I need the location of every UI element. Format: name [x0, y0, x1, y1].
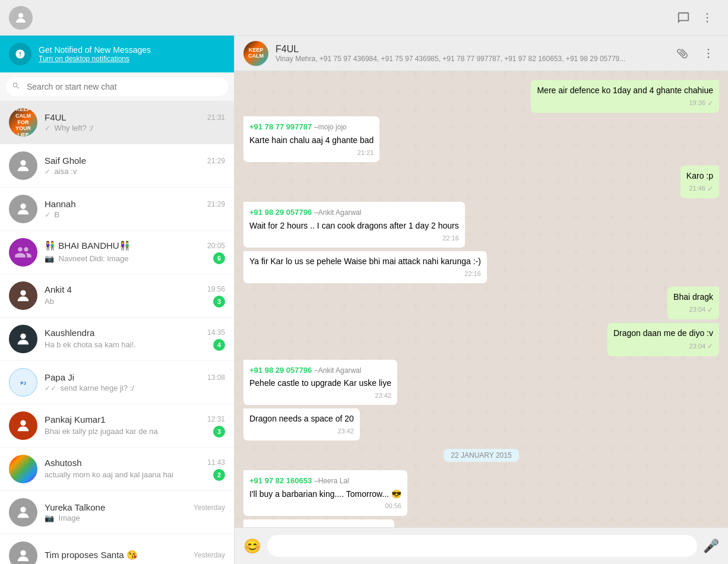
- chat-preview-hannah: ✓ B: [45, 210, 225, 219]
- chat-info-f4ul: F4UL 21:31 ✓ Why left? :/: [45, 112, 225, 132]
- message-text-m8: Pehele castle to upgrade Kar uske liye: [249, 378, 391, 389]
- chat-time-f4ul: 21:31: [207, 113, 225, 122]
- badge-pankaj: 3: [213, 426, 225, 438]
- chat-name-row-papa: Papa Ji 13:08: [45, 372, 225, 382]
- message-m1: Mere air defence ko 1day and 4 ghante ch…: [531, 80, 719, 113]
- message-sender-m2: +91 78 77 997787 –mojo jojo: [249, 121, 374, 133]
- chat-name-saif: Saif Ghole: [45, 156, 86, 166]
- chat-header-avatar[interactable]: KEEPCALM: [243, 41, 268, 66]
- chat-avatar-f4ul: KEEPCALMFORYOURLIFE: [9, 108, 37, 137]
- svg-point-5: [20, 204, 26, 209]
- chat-time-saif: 21:29: [207, 157, 225, 165]
- notification-icon: [9, 43, 31, 65]
- chat-header: KEEPCALM F4UL Vinay Mehra, +91 75 97 436…: [235, 36, 728, 71]
- chat-menu-button[interactable]: [698, 43, 719, 64]
- mic-button[interactable]: 🎤: [703, 538, 719, 554]
- chat-name-row-tim: Tim proposes Santa 😘 Yesterday: [45, 550, 225, 560]
- chat-name-papa: Papa Ji: [45, 372, 74, 382]
- chat-time-bhai: 20:05: [207, 242, 225, 250]
- chat-avatar-yureka: [9, 498, 37, 527]
- message-m7: Dragon daan me de diyo :v 23:04✓: [607, 323, 719, 356]
- svg-point-14: [708, 52, 710, 54]
- chat-info-saif: Saif Ghole 21:29 ✓ aisa :v: [45, 156, 225, 176]
- chat-header-icons: [672, 43, 719, 64]
- svg-point-3: [707, 21, 708, 23]
- notification-link[interactable]: Turn on desktop notifications: [39, 55, 151, 63]
- chat-preview-f4ul: ✓ Why left? :/: [45, 123, 225, 132]
- message-m10: +91 97 82 160653 –Heera Lal I'll buy a b…: [243, 470, 407, 516]
- chat-item-papa[interactable]: PJ Papa Ji 13:08 ✓✓ send karne hege ji? …: [0, 361, 234, 404]
- chat-preview-bhai: 📷 Navneet Didi: Image 6: [45, 252, 225, 264]
- message-m2: +91 78 77 997787 –mojo jojo Karte hain c…: [243, 116, 379, 162]
- message-input[interactable]: [267, 535, 697, 557]
- chat-time-hannah: 21:29: [207, 200, 225, 208]
- chat-item-hannah[interactable]: Hannah 21:29 ✓ B: [0, 188, 234, 231]
- chat-item-kaushlendra[interactable]: Kaushlendra 14:35 Ha b ek chota sa kam h…: [0, 318, 234, 361]
- chat-item-tim[interactable]: Tim proposes Santa 😘 Yesterday: [0, 534, 234, 564]
- chat-avatar-tim: [9, 541, 37, 564]
- chat-avatar-ankit: [9, 281, 37, 310]
- chat-list: KEEPCALMFORYOURLIFE F4UL 21:31 ✓ Why lef…: [0, 101, 234, 564]
- chat-name-row-saif: Saif Ghole 21:29: [45, 156, 225, 166]
- svg-point-10: [20, 420, 26, 426]
- svg-point-2: [707, 17, 708, 18]
- message-time-m8: 23:42: [249, 391, 391, 400]
- badge-ankit: 3: [213, 296, 225, 308]
- chat-info-kaushlendra: Kaushlendra 14:35 Ha b ek chota sa kam h…: [45, 328, 225, 351]
- chat-preview-kaushlendra: Ha b ek chota sa kam hai!. 4: [45, 339, 225, 351]
- chat-name-row-yureka: Yureka Talkone Yesterday: [45, 502, 225, 512]
- chat-info-hannah: Hannah 21:29 ✓ B: [45, 199, 225, 219]
- chat-info-yureka: Yureka Talkone Yesterday 📷 Image: [45, 502, 225, 522]
- message-text-m9: Dragon needs a space of 20: [249, 413, 354, 425]
- message-sender-m10: +91 97 82 160653 –Heera Lal: [249, 475, 401, 487]
- chat-time-kaushlendra: 14:35: [207, 328, 225, 337]
- new-chat-button[interactable]: [672, 6, 695, 30]
- message-time-m5: 22:16: [249, 270, 481, 278]
- chat-preview-ankit: Ab 3: [45, 296, 225, 308]
- chat-time-yureka: Yesterday: [194, 503, 225, 512]
- chat-item-ankit[interactable]: Ankit 4 19:56 Ab 3: [0, 274, 234, 318]
- message-text-m5: Ya fir Kar lo us se pehele Waise bhi mai…: [249, 256, 481, 268]
- chat-avatar-papa: PJ: [9, 368, 37, 397]
- chat-info-papa: Papa Ji 13:08 ✓✓ send karne hege ji? :/: [45, 372, 225, 392]
- chat-name-row-ashutosh: Ashutosh 11:43: [45, 458, 225, 468]
- message-time-m6: 23:04✓: [673, 305, 713, 315]
- chat-item-yureka[interactable]: Yureka Talkone Yesterday 📷 Image: [0, 491, 234, 534]
- chat-avatar-kaushlendra: [9, 325, 37, 353]
- search-input[interactable]: [6, 77, 228, 96]
- chat-item-ashutosh[interactable]: Ashutosh 11:43 actually mom ko aaj and k…: [0, 448, 234, 491]
- chat-avatar-saif: [9, 151, 37, 180]
- attachment-button[interactable]: [672, 43, 693, 64]
- notification-title: Get Notified of New Messages: [39, 45, 151, 55]
- chat-item-saif[interactable]: Saif Ghole 21:29 ✓ aisa :v: [0, 144, 234, 188]
- chat-item-bhai[interactable]: 👫 BHAI BANDHU👫 20:05 📷 Navneet Didi: Ima…: [0, 231, 234, 274]
- message-time-m4: 22:16: [249, 234, 459, 243]
- menu-button[interactable]: [695, 6, 719, 30]
- emoji-button[interactable]: 😊: [243, 538, 261, 555]
- svg-text:PJ: PJ: [20, 381, 26, 386]
- messages-area: Mere air defence ko 1day and 4 ghante ch…: [235, 71, 728, 527]
- message-text-m2: Karte hain chalu aaj 4 ghante bad: [249, 135, 374, 147]
- chat-name-row-pankaj: Pankaj Kumar1 12:31: [45, 414, 225, 424]
- message-m8: +91 98 29 057796 –Ankit Agarwal Pehele c…: [243, 360, 397, 405]
- message-text-m4: Wait for 2 hours .. I can cook dragons a…: [249, 220, 459, 232]
- badge-bhai: 6: [213, 252, 225, 264]
- chat-info-ankit: Ankit 4 19:56 Ab 3: [45, 284, 225, 308]
- message-time-m2: 21:21: [249, 148, 374, 157]
- message-text-m1: Mere air defence ko 1day and 4 ghante ch…: [537, 85, 713, 97]
- chat-name-hannah: Hannah: [45, 199, 76, 209]
- chat-item-f4ul[interactable]: KEEPCALMFORYOURLIFE F4UL 21:31 ✓ Why lef…: [0, 101, 234, 144]
- chat-name-yureka: Yureka Talkone: [45, 502, 105, 512]
- chat-preview-saif: ✓ aisa :v: [45, 167, 225, 176]
- chat-time-ankit: 19:56: [207, 285, 225, 293]
- chat-info-ashutosh: Ashutosh 11:43 actually mom ko aaj and k…: [45, 458, 225, 481]
- notification-bar: Get Notified of New Messages Turn on des…: [0, 36, 234, 72]
- chat-preview-yureka: 📷 Image: [45, 514, 225, 522]
- chat-avatar-bhai: [9, 238, 37, 267]
- user-avatar[interactable]: [9, 6, 33, 30]
- chat-item-pankaj[interactable]: Pankaj Kumar1 12:31 Bhai ek tally plz ju…: [0, 404, 234, 448]
- svg-point-15: [708, 56, 710, 58]
- message-sender-m4: +91 98 29 057796 –Ankit Agarwal: [249, 207, 459, 218]
- sidebar: Get Notified of New Messages Turn on des…: [0, 36, 235, 564]
- chat-avatar-hannah: [9, 195, 37, 223]
